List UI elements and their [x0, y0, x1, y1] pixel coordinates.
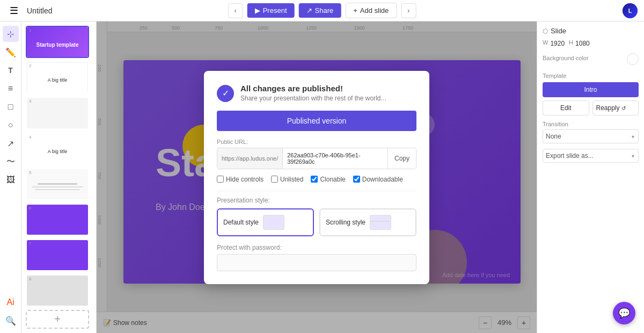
bg-color-row: Background color — [543, 53, 639, 65]
slide-thumb-8[interactable]: 8 — [26, 274, 89, 307]
share-button[interactable]: ↗ Share — [299, 3, 341, 18]
style-options: Default style Scrolling style — [217, 208, 416, 236]
template-edit-button[interactable]: Edit — [543, 100, 589, 115]
export-select[interactable]: Export slide as... — [543, 149, 639, 163]
template-active-button[interactable]: Intro — [543, 82, 639, 97]
url-row: https://app.ludus.one/ 262aa903-c70e-406… — [217, 148, 416, 169]
tool-text[interactable]: T — [3, 62, 19, 78]
add-slide-panel-button[interactable]: + — [26, 310, 89, 329]
hide-controls-checkbox[interactable]: Hide controls — [217, 176, 264, 183]
check-icon: ✓ — [217, 85, 234, 102]
menu-icon[interactable]: ☰ — [6, 3, 21, 18]
tool-search[interactable]: 🔍 — [3, 313, 19, 329]
present-button[interactable]: ▶ Present — [247, 3, 295, 18]
style-scrolling-preview — [370, 215, 391, 230]
published-version-button[interactable]: Published version — [217, 111, 416, 131]
style-default-preview — [263, 215, 284, 230]
unlisted-checkbox[interactable]: Unlisted — [271, 176, 303, 183]
tool-circle[interactable]: ○ — [3, 117, 19, 133]
transition-label: Transition — [543, 121, 639, 127]
width-value: 1920 — [550, 40, 565, 47]
export-section: Export slide as... — [543, 149, 639, 163]
topbar: ☰ Untitled ‹ ▶ Present ↗ Share + Add sli… — [0, 0, 644, 21]
modal-checkboxes: Hide controls Unlisted Clonable Download… — [217, 176, 416, 183]
url-hash: 262aa903-c70e-406b-95e1-39f269a0c — [283, 148, 387, 169]
slide-thumb-7[interactable]: 7 — [26, 239, 89, 271]
main-layout: ⊹ ✏️ T ≡ □ ○ ↗ 〜 🖼 Ai 🔍 Startup template… — [0, 21, 644, 333]
height-field: H 1080 — [569, 39, 590, 48]
transition-select-wrapper: None — [543, 129, 639, 143]
template-actions-row: Edit Reapply ↺ — [543, 100, 639, 115]
left-toolbar: ⊹ ✏️ T ≡ □ ○ ↗ 〜 🖼 Ai 🔍 — [0, 21, 21, 333]
transition-select[interactable]: None — [543, 129, 639, 143]
modal-divider — [217, 191, 416, 191]
reapply-icon: ↺ — [621, 105, 626, 111]
url-prefix: https://app.ludus.one/ — [217, 148, 283, 169]
slide-properties-section: ⬡ Slide W 1920 H 1080 Background color — [543, 27, 639, 65]
slide-thumb-3[interactable]: 3 — [26, 97, 89, 129]
modal-subtitle: Share your presentation with the rest of… — [240, 95, 386, 102]
bg-color-label: Background color — [543, 55, 589, 61]
chat-icon: 💬 — [618, 307, 630, 319]
tool-image[interactable]: 🖼 — [3, 172, 19, 188]
publish-modal: ✓ All changes are published! Share your … — [204, 71, 429, 284]
tool-arrow[interactable]: ↗ — [3, 135, 19, 151]
tool-pen[interactable]: ✏️ — [3, 44, 19, 60]
width-field: W 1920 — [543, 39, 565, 48]
tool-draw[interactable]: 〜 — [3, 154, 19, 170]
downloadable-checkbox[interactable]: Downloadable — [353, 176, 403, 183]
modal-header: ✓ All changes are published! Share your … — [217, 84, 416, 102]
slide-section-title: Slide — [551, 27, 566, 35]
bg-color-picker[interactable] — [627, 53, 639, 65]
avatar[interactable]: L — [623, 3, 638, 18]
presentation-style-label: Presentation style: — [217, 197, 416, 204]
right-panel: ⬡ Slide W 1920 H 1080 Background color T… — [537, 21, 644, 333]
style-scrolling-option[interactable]: Scrolling style — [319, 208, 416, 236]
url-section: Public URL: https://app.ludus.one/ 262aa… — [217, 139, 416, 169]
nav-next-button[interactable]: › — [401, 3, 416, 18]
add-slide-button[interactable]: + Add slide — [345, 3, 397, 18]
password-label: Protect with password: — [217, 244, 416, 251]
template-section: Template Intro Edit Reapply ↺ — [543, 73, 639, 115]
share-icon: ↗ — [306, 6, 312, 15]
slide-thumb-6[interactable]: 6 — [26, 204, 89, 236]
slide-thumb-4[interactable]: A big title 4 — [26, 133, 89, 165]
style-default-option[interactable]: Default style — [217, 208, 314, 236]
tool-adobe[interactable]: Ai — [3, 294, 19, 310]
tool-rect[interactable]: □ — [3, 99, 19, 115]
password-input[interactable] — [217, 254, 416, 271]
clonable-checkbox[interactable]: Clonable — [311, 176, 345, 183]
export-select-wrapper: Export slide as... — [543, 149, 639, 163]
play-icon: ▶ — [255, 6, 260, 15]
slides-panel: Startup template 1 A big title 2 3 A big… — [21, 21, 97, 333]
topbar-center: ‹ ▶ Present ↗ Share + Add slide › — [228, 3, 416, 18]
plus-icon: + — [353, 6, 357, 15]
copy-button[interactable]: Copy — [387, 148, 416, 169]
template-label: Template — [543, 73, 639, 79]
chat-button[interactable]: 💬 — [613, 302, 635, 324]
modal-title: All changes are published! — [240, 84, 386, 93]
template-reapply-button[interactable]: Reapply ↺ — [592, 100, 639, 115]
slide-thumb-5[interactable]: 5 — [26, 168, 89, 200]
transition-section: Transition None — [543, 121, 639, 143]
url-label: Public URL: — [217, 139, 416, 145]
nav-prev-button[interactable]: ‹ — [228, 3, 243, 18]
canvas-area: 250 500 750 1000 1250 1500 1750 250 500 … — [97, 21, 537, 333]
slide-thumb-1[interactable]: Startup template 1 — [26, 26, 89, 58]
height-value: 1080 — [575, 40, 590, 47]
modal-overlay: ✓ All changes are published! Share your … — [97, 21, 537, 333]
dimensions-row: W 1920 H 1080 — [543, 39, 639, 48]
slide-thumb-2[interactable]: A big title 2 — [26, 61, 89, 93]
tool-list[interactable]: ≡ — [3, 81, 19, 97]
tool-select[interactable]: ⊹ — [3, 26, 19, 42]
password-section: Protect with password: — [217, 244, 416, 271]
